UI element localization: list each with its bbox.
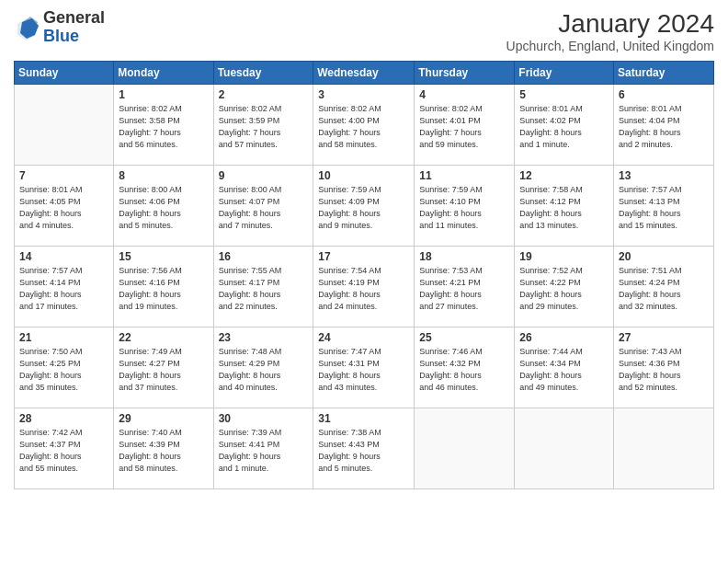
day-info: Sunrise: 7:59 AMSunset: 4:10 PMDaylight:… (419, 184, 509, 232)
day-cell: 4Sunrise: 8:02 AMSunset: 4:01 PMDaylight… (415, 85, 515, 166)
day-cell (415, 408, 515, 489)
day-number: 9 (219, 169, 309, 182)
day-cell: 12Sunrise: 7:58 AMSunset: 4:12 PMDayligh… (515, 166, 614, 247)
month-title: January 2024 (506, 9, 714, 39)
day-cell: 13Sunrise: 7:57 AMSunset: 4:13 PMDayligh… (614, 166, 714, 247)
day-info: Sunrise: 8:02 AMSunset: 3:58 PMDaylight:… (119, 103, 208, 151)
day-info: Sunrise: 7:47 AMSunset: 4:31 PMDaylight:… (318, 346, 409, 394)
day-cell: 6Sunrise: 8:01 AMSunset: 4:04 PMDaylight… (614, 85, 714, 166)
day-info: Sunrise: 8:01 AMSunset: 4:04 PMDaylight:… (619, 103, 709, 151)
day-info: Sunrise: 7:50 AMSunset: 4:25 PMDaylight:… (19, 346, 108, 394)
day-info: Sunrise: 7:54 AMSunset: 4:19 PMDaylight:… (318, 265, 409, 313)
day-number: 27 (619, 331, 709, 344)
day-info: Sunrise: 7:42 AMSunset: 4:37 PMDaylight:… (19, 427, 108, 475)
day-number: 13 (619, 169, 709, 182)
day-cell: 9Sunrise: 8:00 AMSunset: 4:07 PMDaylight… (213, 166, 313, 247)
day-number: 15 (119, 250, 208, 263)
header-row: SundayMondayTuesdayWednesdayThursdayFrid… (15, 62, 714, 85)
day-cell: 29Sunrise: 7:40 AMSunset: 4:39 PMDayligh… (114, 408, 213, 489)
day-info: Sunrise: 8:02 AMSunset: 4:00 PMDaylight:… (318, 103, 409, 151)
day-number: 21 (19, 331, 108, 344)
day-cell: 19Sunrise: 7:52 AMSunset: 4:22 PMDayligh… (515, 247, 614, 327)
day-info: Sunrise: 7:57 AMSunset: 4:13 PMDaylight:… (619, 184, 709, 232)
day-cell: 24Sunrise: 7:47 AMSunset: 4:31 PMDayligh… (313, 327, 415, 408)
title-block: January 2024 Upchurch, England, United K… (506, 9, 714, 53)
day-info: Sunrise: 7:52 AMSunset: 4:22 PMDaylight:… (519, 265, 609, 313)
day-info: Sunrise: 8:00 AMSunset: 4:06 PMDaylight:… (119, 184, 208, 232)
header-cell-sunday: Sunday (15, 62, 114, 85)
day-info: Sunrise: 7:38 AMSunset: 4:43 PMDaylight:… (318, 427, 409, 475)
day-info: Sunrise: 8:00 AMSunset: 4:07 PMDaylight:… (219, 184, 309, 232)
header-cell-monday: Monday (114, 62, 213, 85)
day-cell (614, 408, 714, 489)
header-cell-thursday: Thursday (415, 62, 515, 85)
logo: General Blue (14, 9, 105, 46)
day-info: Sunrise: 8:02 AMSunset: 4:01 PMDaylight:… (419, 103, 509, 151)
day-info: Sunrise: 7:40 AMSunset: 4:39 PMDaylight:… (119, 427, 208, 475)
calendar-page: General Blue January 2024 Upchurch, Engl… (0, 0, 728, 563)
day-info: Sunrise: 7:51 AMSunset: 4:24 PMDaylight:… (619, 265, 709, 313)
day-info: Sunrise: 7:53 AMSunset: 4:21 PMDaylight:… (419, 265, 509, 313)
day-number: 11 (419, 169, 509, 182)
calendar-table: SundayMondayTuesdayWednesdayThursdayFrid… (14, 61, 714, 489)
week-row-4: 28Sunrise: 7:42 AMSunset: 4:37 PMDayligh… (15, 408, 714, 489)
day-number: 20 (619, 250, 709, 263)
week-row-0: 1Sunrise: 8:02 AMSunset: 3:58 PMDaylight… (15, 85, 714, 166)
day-number: 7 (19, 169, 108, 182)
day-number: 8 (119, 169, 208, 182)
header: General Blue January 2024 Upchurch, Engl… (14, 9, 714, 53)
day-cell: 23Sunrise: 7:48 AMSunset: 4:29 PMDayligh… (213, 327, 313, 408)
day-info: Sunrise: 7:59 AMSunset: 4:09 PMDaylight:… (318, 184, 409, 232)
day-cell: 18Sunrise: 7:53 AMSunset: 4:21 PMDayligh… (415, 247, 515, 327)
day-cell: 16Sunrise: 7:55 AMSunset: 4:17 PMDayligh… (213, 247, 313, 327)
day-number: 1 (119, 88, 208, 101)
day-cell: 3Sunrise: 8:02 AMSunset: 4:00 PMDaylight… (313, 85, 415, 166)
day-cell: 30Sunrise: 7:39 AMSunset: 4:41 PMDayligh… (213, 408, 313, 489)
day-cell (515, 408, 614, 489)
day-number: 26 (519, 331, 609, 344)
day-cell: 2Sunrise: 8:02 AMSunset: 3:59 PMDaylight… (213, 85, 313, 166)
day-number: 28 (19, 412, 108, 425)
day-number: 29 (119, 412, 208, 425)
location: Upchurch, England, United Kingdom (506, 39, 714, 53)
day-number: 2 (219, 88, 309, 101)
day-number: 4 (419, 88, 509, 101)
day-cell: 7Sunrise: 8:01 AMSunset: 4:05 PMDaylight… (15, 166, 114, 247)
day-cell: 17Sunrise: 7:54 AMSunset: 4:19 PMDayligh… (313, 247, 415, 327)
day-cell: 25Sunrise: 7:46 AMSunset: 4:32 PMDayligh… (415, 327, 515, 408)
day-info: Sunrise: 8:01 AMSunset: 4:05 PMDaylight:… (19, 184, 108, 232)
logo-general: General (43, 8, 105, 27)
day-number: 16 (219, 250, 309, 263)
week-row-1: 7Sunrise: 8:01 AMSunset: 4:05 PMDaylight… (15, 166, 714, 247)
day-number: 25 (419, 331, 509, 344)
day-info: Sunrise: 7:48 AMSunset: 4:29 PMDaylight:… (219, 346, 309, 394)
day-number: 30 (219, 412, 309, 425)
day-cell: 8Sunrise: 8:00 AMSunset: 4:06 PMDaylight… (114, 166, 213, 247)
day-info: Sunrise: 7:43 AMSunset: 4:36 PMDaylight:… (619, 346, 709, 394)
day-info: Sunrise: 8:01 AMSunset: 4:02 PMDaylight:… (519, 103, 609, 151)
day-info: Sunrise: 7:49 AMSunset: 4:27 PMDaylight:… (119, 346, 208, 394)
header-cell-tuesday: Tuesday (213, 62, 313, 85)
week-row-2: 14Sunrise: 7:57 AMSunset: 4:14 PMDayligh… (15, 247, 714, 327)
day-cell: 21Sunrise: 7:50 AMSunset: 4:25 PMDayligh… (15, 327, 114, 408)
day-number: 12 (519, 169, 609, 182)
day-info: Sunrise: 7:56 AMSunset: 4:16 PMDaylight:… (119, 265, 208, 313)
day-info: Sunrise: 7:46 AMSunset: 4:32 PMDaylight:… (419, 346, 509, 394)
day-number: 23 (219, 331, 309, 344)
header-cell-saturday: Saturday (614, 62, 714, 85)
day-number: 14 (19, 250, 108, 263)
day-cell: 11Sunrise: 7:59 AMSunset: 4:10 PMDayligh… (415, 166, 515, 247)
day-cell: 15Sunrise: 7:56 AMSunset: 4:16 PMDayligh… (114, 247, 213, 327)
day-cell: 26Sunrise: 7:44 AMSunset: 4:34 PMDayligh… (515, 327, 614, 408)
day-number: 18 (419, 250, 509, 263)
day-cell: 5Sunrise: 8:01 AMSunset: 4:02 PMDaylight… (515, 85, 614, 166)
day-number: 17 (318, 250, 409, 263)
logo-text: General Blue (43, 9, 105, 46)
day-cell (15, 85, 114, 166)
day-info: Sunrise: 7:44 AMSunset: 4:34 PMDaylight:… (519, 346, 609, 394)
header-cell-friday: Friday (515, 62, 614, 85)
day-info: Sunrise: 7:39 AMSunset: 4:41 PMDaylight:… (219, 427, 309, 475)
day-number: 31 (318, 412, 409, 425)
logo-blue: Blue (43, 27, 79, 45)
day-cell: 1Sunrise: 8:02 AMSunset: 3:58 PMDaylight… (114, 85, 213, 166)
